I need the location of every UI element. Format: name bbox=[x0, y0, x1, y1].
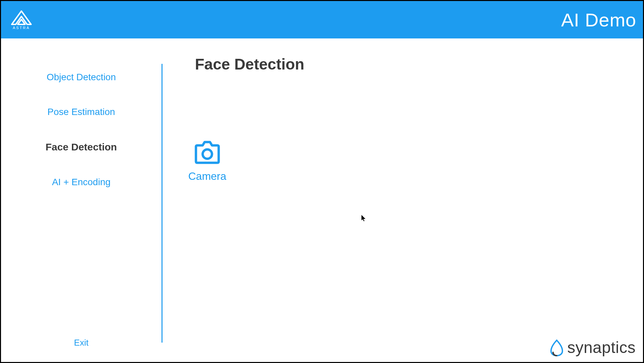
app-window: ASTRA AI Demo Object Detection Pose Esti… bbox=[1, 1, 643, 362]
sidebar-item-pose-estimation[interactable]: Pose Estimation bbox=[47, 107, 115, 117]
sidebar-item-object-detection[interactable]: Object Detection bbox=[47, 72, 116, 83]
main-content: Face Detection Camera bbox=[162, 38, 643, 362]
sidebar-item-label: AI + Encoding bbox=[52, 177, 110, 187]
sidebar-item-label: Face Detection bbox=[45, 141, 117, 152]
sidebar: Object Detection Pose Estimation Face De… bbox=[1, 38, 162, 362]
synaptics-text: synaptics bbox=[567, 338, 636, 357]
sidebar-item-label: Pose Estimation bbox=[47, 107, 115, 117]
camera-button[interactable]: Camera bbox=[188, 140, 226, 183]
exit-button[interactable]: Exit bbox=[1, 338, 162, 348]
header-title: AI Demo bbox=[561, 9, 636, 31]
synaptics-logo: synaptics bbox=[550, 338, 636, 357]
sidebar-item-ai-encoding[interactable]: AI + Encoding bbox=[52, 177, 110, 188]
sidebar-items: Object Detection Pose Estimation Face De… bbox=[1, 72, 162, 188]
exit-label: Exit bbox=[74, 338, 88, 348]
page-title: Face Detection bbox=[195, 55, 643, 73]
camera-icon bbox=[193, 140, 221, 164]
camera-label: Camera bbox=[188, 170, 226, 183]
sidebar-item-label: Object Detection bbox=[47, 72, 116, 82]
synaptics-droplet-icon bbox=[550, 339, 564, 356]
astra-logo-text: ASTRA bbox=[13, 26, 30, 30]
astra-logo-icon: ASTRA bbox=[9, 10, 34, 30]
header-bar: ASTRA AI Demo bbox=[1, 1, 643, 38]
astra-logo: ASTRA bbox=[9, 10, 34, 30]
sidebar-item-face-detection[interactable]: Face Detection bbox=[45, 141, 117, 153]
svg-point-0 bbox=[203, 149, 212, 159]
body: Object Detection Pose Estimation Face De… bbox=[1, 38, 643, 362]
